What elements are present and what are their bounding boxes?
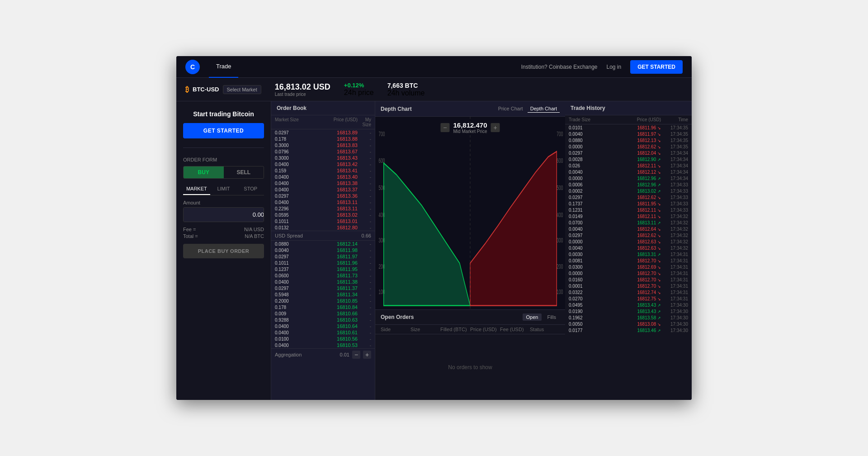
volume-value: 7,663 BTC	[387, 82, 425, 89]
trade-size: 0.1231	[569, 208, 596, 213]
trade-time: 17:34:31	[661, 290, 688, 295]
trade-direction-icon: ↘	[657, 284, 661, 289]
market-tab[interactable]: MARKET	[183, 183, 210, 195]
trade-direction-icon: ↘	[657, 278, 661, 282]
select-market-button[interactable]: Select Market	[223, 85, 261, 94]
aggregation-decrease-button[interactable]: −	[352, 351, 360, 359]
sell-price: 16813.89	[300, 130, 358, 135]
trade-size: 0.0270	[569, 296, 596, 301]
sell-my-size: -	[358, 219, 371, 224]
sell-market-size: 0.0132	[275, 225, 300, 230]
nav-tab-trade[interactable]: Trade	[209, 56, 238, 78]
sell-price: 16813.40	[300, 174, 358, 180]
buy-order-row: 0.9288 16810.63 -	[271, 317, 375, 323]
sell-price: 16813.02	[300, 212, 358, 218]
buy-my-size: -	[358, 292, 371, 297]
stop-tab[interactable]: STOP	[237, 183, 264, 195]
trade-time: 17:34:33	[661, 182, 688, 187]
trade-price: 16812.11 ↘	[596, 214, 661, 219]
market-selector: ₿ BTC-USD Select Market	[185, 85, 261, 94]
trade-history-row: 0.0270 16812.75 ↘ 17:34:31	[565, 295, 692, 302]
amount-input[interactable]	[184, 208, 264, 222]
trade-history-row: 0.0000 16812.70 ↘ 17:34:31	[565, 270, 692, 276]
open-tab[interactable]: Open	[523, 314, 542, 321]
trade-history-rows: 0.0101 16811.96 ↘ 17:34:35 0.0040 16811.…	[565, 124, 692, 400]
trade-history-row: 0.0040 16812.64 ↘ 17:34:32	[565, 226, 692, 232]
trade-time: 17:34:32	[661, 227, 688, 232]
buy-order-row: 0.1237 16811.95 -	[271, 266, 375, 272]
mid-price-zoom-out-button[interactable]: −	[440, 123, 449, 132]
sell-order-row: 0.0297 16813.89 -	[271, 129, 375, 136]
trade-direction-icon: ↗	[657, 303, 661, 308]
start-trading-title: Start trading Bitcoin	[183, 110, 264, 118]
sell-market-size: 0.0297	[275, 130, 300, 135]
get-started-button[interactable]: GET STARTED	[183, 123, 264, 138]
trade-direction-icon: ↗	[657, 309, 661, 314]
trade-time: 17:34:34	[661, 157, 688, 162]
trade-history-row: 0.0028 16812.90 ↗ 17:34:34	[565, 156, 692, 162]
trade-time: 17:34:35	[661, 125, 688, 130]
trade-history-row: 0.0177 16813.46 ↗ 17:34:30	[565, 327, 692, 333]
trade-time: 17:34:32	[661, 239, 688, 244]
login-button[interactable]: Log in	[607, 64, 622, 70]
th-col-headers: Trade Size Price (USD) Time	[565, 115, 692, 124]
price-chart-tab[interactable]: Price Chart	[495, 105, 526, 113]
svg-text:400: 400	[557, 211, 563, 218]
trade-direction-icon: ↘	[657, 208, 661, 213]
sell-price: 16813.67	[300, 149, 358, 154]
sell-order-row: 0.3000 16813.83 -	[271, 142, 375, 148]
trade-history-row: 0.0040 16811.97 ↘ 17:34:35	[565, 131, 692, 137]
mid-price-zoom-in-button[interactable]: +	[491, 123, 500, 132]
buy-my-size: -	[358, 324, 371, 329]
depth-chart-tab[interactable]: Depth Chart	[528, 105, 560, 113]
sell-tab[interactable]: SELL	[224, 166, 264, 178]
ob-col-price: Price (USD)	[300, 117, 358, 127]
trade-history-row: 0.0880 16812.13 ↘ 17:34:35	[565, 137, 692, 143]
svg-text:700: 700	[557, 130, 563, 138]
trade-history-row: 0.0006 16812.96 ↗ 17:34:33	[565, 181, 692, 188]
buy-market-size: 0.5948	[275, 292, 300, 297]
aggregation-increase-button[interactable]: +	[363, 351, 371, 359]
trade-price: 16813.11 ↗	[596, 220, 661, 225]
trade-price: 16812.62 ↘	[596, 233, 661, 238]
trade-time: 17:34:33	[661, 201, 688, 206]
trade-time: 17:34:30	[661, 315, 688, 320]
buy-market-size: 0.0880	[275, 242, 300, 247]
trade-direction-icon: ↘	[657, 126, 661, 130]
place-order-button[interactable]: PLACE BUY ORDER	[183, 244, 264, 258]
trade-size: 0.0040	[569, 132, 596, 137]
sell-my-size: -	[358, 149, 371, 154]
depth-chart-section: Depth Chart Price Chart Depth Chart − 16…	[375, 101, 565, 309]
trade-direction-icon: ↘	[657, 195, 661, 200]
sell-my-size: -	[358, 187, 371, 192]
trade-direction-icon: ↘	[657, 170, 661, 175]
buy-tab[interactable]: BUY	[184, 166, 224, 178]
sell-order-row: 0.0400 16813.37 -	[271, 186, 375, 193]
trade-history-row: 0.0190 16813.43 ↗ 17:34:30	[565, 308, 692, 314]
trade-direction-icon: ↘	[657, 290, 661, 295]
sell-price: 16813.88	[300, 136, 358, 142]
trade-time: 17:34:31	[661, 271, 688, 276]
trade-history-panel: Trade History Trade Size Price (USD) Tim…	[565, 101, 692, 400]
buy-price: 16811.97	[300, 254, 358, 259]
main-layout: Start trading Bitcoin GET STARTED Order …	[176, 101, 692, 400]
buy-market-size: 0.1011	[275, 261, 300, 266]
trade-time: 17:34:30	[661, 309, 688, 314]
sell-my-size: -	[358, 137, 371, 142]
trade-direction-icon: ↘	[657, 265, 661, 270]
trade-time: 17:34:34	[661, 170, 688, 175]
sell-market-size: 0.0400	[275, 200, 300, 205]
get-started-nav-button[interactable]: GET STARTED	[630, 60, 683, 74]
trade-size: 0.0081	[569, 258, 596, 263]
limit-tab[interactable]: LIMIT	[210, 183, 237, 195]
sell-market-size: 0.0400	[275, 181, 300, 186]
trade-direction-icon: ↗	[657, 252, 661, 257]
buy-price: 16810.63	[300, 317, 358, 323]
trade-price: 16811.97 ↘	[596, 132, 661, 137]
trade-direction-icon: ↗	[657, 328, 661, 333]
oo-col-size: Size	[410, 327, 440, 332]
buy-price: 16811.34	[300, 292, 358, 297]
buy-my-size: -	[358, 286, 371, 291]
fills-tab[interactable]: Fills	[543, 314, 560, 321]
trade-size: 0.0149	[569, 214, 596, 219]
